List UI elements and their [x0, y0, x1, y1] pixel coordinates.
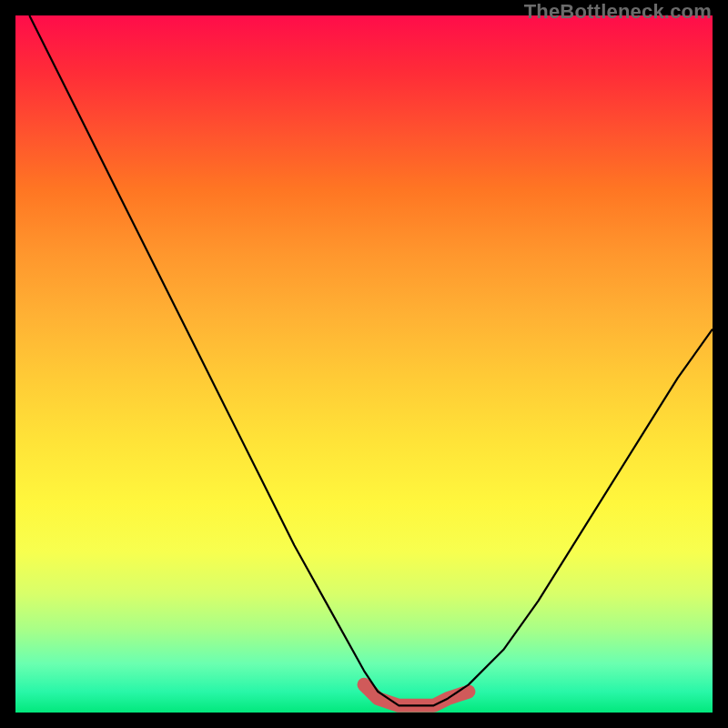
chart-frame: TheBottleneck.com [0, 0, 728, 728]
curve-overlay [15, 15, 713, 713]
plot-area [15, 15, 713, 713]
bottleneck-curve [29, 15, 713, 705]
watermark-text: TheBottleneck.com [524, 0, 712, 24]
